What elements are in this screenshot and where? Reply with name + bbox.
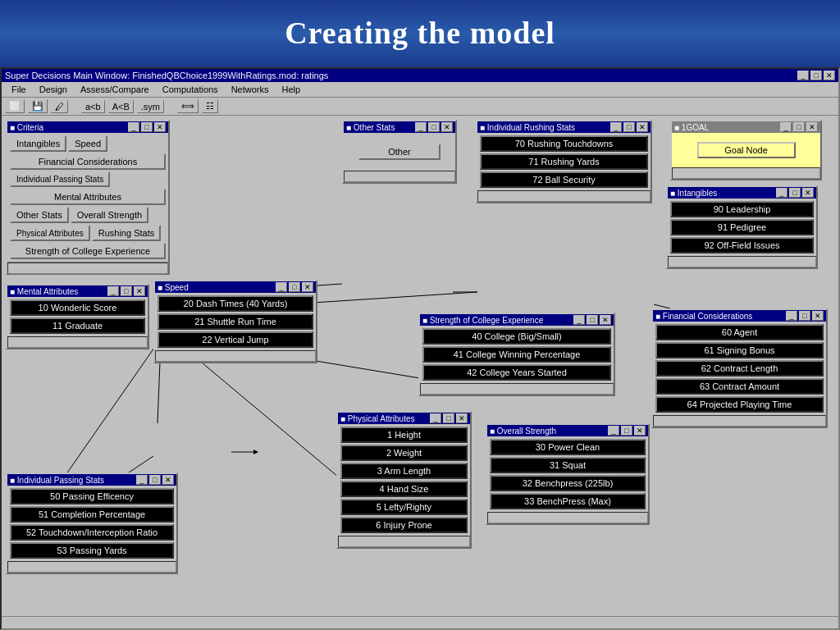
- rushing-close[interactable]: ✕: [637, 122, 648, 132]
- node-2-weight[interactable]: 2 Weight: [340, 445, 468, 461]
- node-72[interactable]: 72 Ball Security: [480, 171, 648, 188]
- phy-min[interactable]: _: [430, 413, 441, 423]
- men-close[interactable]: ✕: [134, 286, 145, 296]
- node-64[interactable]: 64 Projected Playing Time: [655, 396, 824, 413]
- node-mental[interactable]: Mental Attributes: [10, 189, 166, 205]
- node-speed[interactable]: Speed: [68, 135, 107, 152]
- node-30[interactable]: 30 Power Clean: [490, 439, 646, 455]
- node-6-injury[interactable]: 6 Injury Prone: [340, 517, 468, 533]
- phy-close[interactable]: ✕: [456, 413, 468, 423]
- node-33[interactable]: 33 BenchPress (Max): [490, 493, 646, 509]
- node-61[interactable]: 61 Signing Bonus: [655, 342, 824, 358]
- node-other-stats[interactable]: Other Stats: [10, 207, 69, 223]
- ov-max[interactable]: □: [621, 426, 632, 436]
- node-5-lefty[interactable]: 5 Lefty/Righty: [340, 499, 468, 515]
- int-close[interactable]: ✕: [802, 188, 814, 198]
- toolbar-btn-3[interactable]: 🖊: [51, 100, 68, 113]
- goal-close[interactable]: ✕: [806, 122, 818, 132]
- speed-close[interactable]: ✕: [302, 282, 313, 292]
- phy-max[interactable]: □: [443, 413, 454, 423]
- node-overall[interactable]: Overall Strength: [71, 207, 148, 223]
- other-min[interactable]: _: [415, 122, 427, 132]
- col-close[interactable]: ✕: [600, 315, 611, 325]
- pas-max[interactable]: □: [149, 475, 161, 485]
- node-physical[interactable]: Physical Attributes: [10, 225, 90, 241]
- node-22[interactable]: 22 Vertical Jump: [158, 331, 313, 348]
- criteria-close[interactable]: ✕: [154, 122, 166, 132]
- node-53[interactable]: 53 Passing Yards: [10, 542, 174, 559]
- maximize-btn[interactable]: □: [810, 71, 822, 80]
- node-60[interactable]: 60 Agent: [655, 324, 824, 340]
- node-51[interactable]: 51 Completion Percentage: [10, 506, 174, 523]
- speed-max[interactable]: □: [289, 282, 300, 292]
- node-70[interactable]: 70 Rushing Touchdowns: [480, 135, 648, 152]
- node-52[interactable]: 52 Touchdown/Interception Ratio: [10, 524, 174, 541]
- fin-min[interactable]: _: [786, 311, 797, 321]
- men-min[interactable]: _: [107, 286, 119, 296]
- rushing-max[interactable]: □: [623, 122, 635, 132]
- node-other[interactable]: Other: [358, 144, 441, 160]
- node-91[interactable]: 91 Pedigree: [670, 219, 814, 235]
- node-financial[interactable]: Financial Considerations: [10, 153, 166, 170]
- menu-design[interactable]: Design: [33, 83, 74, 96]
- node-63[interactable]: 63 Contract Amount: [655, 378, 824, 395]
- menu-file[interactable]: File: [5, 83, 33, 96]
- fin-max[interactable]: □: [799, 311, 810, 321]
- other-close[interactable]: ✕: [441, 122, 453, 132]
- node-10[interactable]: 10 Wonderlic Score: [10, 299, 145, 316]
- toolbar-btn-8[interactable]: ☷: [202, 99, 218, 113]
- node-41[interactable]: 41 College Winning Percentage: [422, 346, 611, 363]
- pas-min[interactable]: _: [136, 475, 148, 485]
- node-31[interactable]: 31 Squat: [490, 457, 646, 473]
- rushing-min[interactable]: _: [610, 122, 622, 132]
- ov-min[interactable]: _: [608, 426, 619, 436]
- menu-networks[interactable]: Networks: [225, 83, 276, 96]
- node-62[interactable]: 62 Contract Length: [655, 360, 824, 377]
- node-1-height[interactable]: 1 Height: [340, 427, 468, 443]
- ov-close[interactable]: ✕: [634, 426, 646, 436]
- toolbar-btn-6[interactable]: .sym: [137, 100, 164, 113]
- fin-close[interactable]: ✕: [812, 311, 824, 321]
- criteria-max[interactable]: □: [141, 122, 153, 132]
- menu-help[interactable]: Help: [275, 83, 307, 96]
- toolbar-btn-2[interactable]: 💾: [28, 99, 48, 113]
- node-intangibles[interactable]: Intangibles: [10, 135, 66, 152]
- col-min[interactable]: _: [573, 315, 585, 325]
- node-71[interactable]: 71 Rushing Yards: [480, 153, 648, 170]
- int-min[interactable]: _: [776, 188, 788, 198]
- speed-min[interactable]: _: [276, 282, 287, 292]
- node-rushing[interactable]: Rushing Stats: [92, 225, 161, 241]
- toolbar-btn-5[interactable]: A<B: [108, 100, 134, 113]
- node-42[interactable]: 42 College Years Started: [422, 364, 611, 381]
- toolbar-btn-7[interactable]: ⟺: [177, 99, 199, 113]
- college-content: 40 College (Big/Small) 41 College Winnin…: [420, 326, 614, 383]
- node-32[interactable]: 32 Benchpress (225lb): [490, 475, 646, 491]
- criteria-min[interactable]: _: [128, 122, 139, 132]
- node-strength-college[interactable]: Strength of College Experience: [10, 243, 166, 259]
- node-ind-passing[interactable]: Individual Passing Stats: [10, 171, 110, 187]
- pas-close[interactable]: ✕: [162, 475, 174, 485]
- toolbar-btn-4[interactable]: a<b: [81, 100, 105, 113]
- node-90[interactable]: 90 Leadership: [670, 201, 814, 217]
- node-20[interactable]: 20 Dash Times (40 Yards): [158, 295, 313, 312]
- node-goal[interactable]: Goal Node: [697, 142, 796, 158]
- node-4-hand[interactable]: 4 Hand Size: [340, 481, 468, 497]
- menu-computations[interactable]: Computations: [156, 83, 225, 96]
- goal-max[interactable]: □: [793, 122, 805, 132]
- close-btn[interactable]: ✕: [824, 71, 835, 80]
- goal-min[interactable]: _: [780, 122, 792, 132]
- node-11[interactable]: 11 Graduate: [10, 317, 145, 334]
- node-50[interactable]: 50 Passing Efficency: [10, 488, 174, 504]
- node-21[interactable]: 21 Shuttle Run Time: [158, 313, 313, 330]
- men-max[interactable]: □: [121, 286, 132, 296]
- passing-titlebar: ■ Individual Passing Stats _ □ ✕: [7, 474, 176, 486]
- toolbar-btn-1[interactable]: ⬜: [5, 99, 25, 113]
- node-40[interactable]: 40 College (Big/Small): [422, 328, 611, 345]
- menu-assess[interactable]: Assess/Compare: [74, 83, 156, 96]
- node-92[interactable]: 92 Off-Field Issues: [670, 237, 814, 253]
- col-max[interactable]: □: [587, 315, 598, 325]
- int-max[interactable]: □: [789, 188, 801, 198]
- node-3-arm[interactable]: 3 Arm Length: [340, 463, 468, 479]
- other-max[interactable]: □: [428, 122, 440, 132]
- minimize-btn[interactable]: _: [797, 71, 809, 80]
